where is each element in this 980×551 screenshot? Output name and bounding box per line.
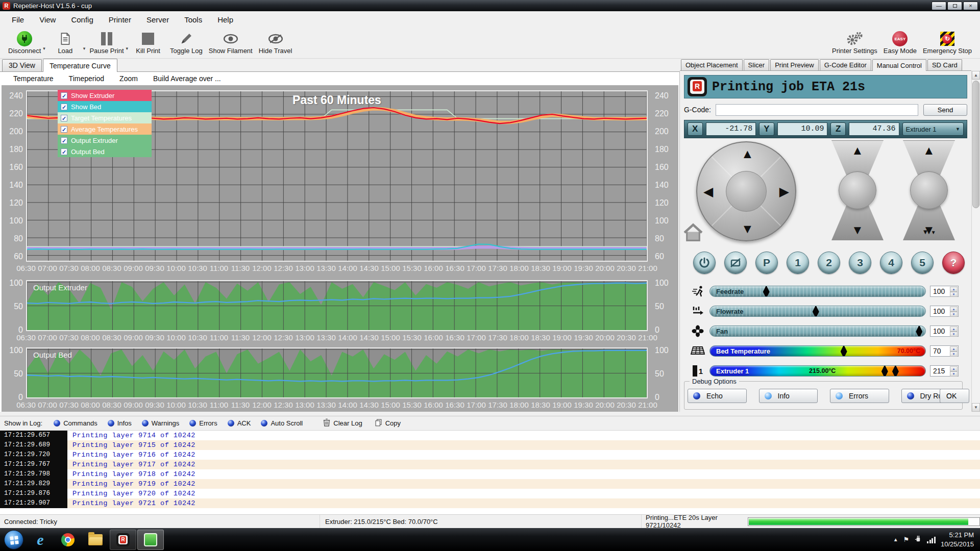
taskbar-internet-explorer-button[interactable]: e	[27, 530, 54, 550]
clear-log-button[interactable]: Clear Log	[317, 417, 368, 429]
menu-item-tools[interactable]: Tools	[178, 13, 209, 26]
extruder-jog-control[interactable]: ▲ ▼ ▼ ▼	[902, 140, 955, 240]
dropdown-arrow-icon[interactable]: ▾	[126, 46, 129, 51]
network-signal-icon[interactable]	[927, 536, 936, 543]
power-button[interactable]	[693, 252, 716, 274]
menu-item-config[interactable]: Config	[64, 13, 100, 26]
spinner-arrows-icon[interactable]: ▲▼	[950, 366, 958, 375]
minimize-button[interactable]: —	[932, 2, 946, 10]
legend-row[interactable]: ✓Average Temperatures	[58, 123, 152, 135]
checkbox-icon[interactable]: ✓	[61, 115, 67, 121]
scrollbar-thumb[interactable]	[972, 81, 979, 208]
extruder-temperature-spinbox[interactable]: 215▲▼	[930, 365, 959, 377]
y-minus-icon[interactable]: ▼	[741, 222, 754, 235]
spinner-arrows-icon[interactable]: ▲▼	[950, 287, 958, 296]
log-toggle-ack[interactable]: ACK	[223, 418, 256, 428]
panel-scrollbar[interactable]: ▲ ▼	[971, 71, 980, 412]
taskbar-chrome-button[interactable]	[55, 530, 81, 550]
toolbar-toggle-log-button[interactable]: Toggle Log	[167, 30, 206, 56]
x-plus-icon[interactable]: ▶	[779, 185, 789, 198]
bed-temperature-spinbox[interactable]: 70▲▼	[930, 345, 959, 357]
fan-slider[interactable]: Fan	[709, 325, 926, 337]
tab-object-placement[interactable]: Object Placement	[681, 59, 743, 70]
xy-center-button[interactable]	[726, 171, 767, 212]
checkbox-icon[interactable]: ✓	[61, 104, 67, 110]
preset-5-button[interactable]: 5	[911, 252, 934, 274]
output-extruder-plot[interactable]: Output Extruder	[26, 280, 648, 331]
power-plug-icon[interactable]	[914, 535, 922, 544]
chart-menu-temperature[interactable]: Temperature	[7, 73, 60, 84]
extrude-fast-icons[interactable]: ▼ ▼	[902, 227, 955, 236]
menu-item-file[interactable]: File	[5, 13, 31, 26]
extruder-temperature-thumb-2[interactable]	[881, 365, 888, 377]
close-button[interactable]: ×	[963, 2, 978, 10]
z-jog-control[interactable]: ▲ ▼	[831, 140, 884, 240]
extruder-select[interactable]: Extruder 1▼	[902, 122, 964, 136]
checkbox-icon[interactable]: ✓	[61, 126, 67, 133]
feedrate-slider[interactable]: Feedrate	[709, 286, 926, 297]
output-bed-plot[interactable]: Output Bed	[26, 347, 648, 398]
log-toggle-errors[interactable]: Errors	[184, 418, 222, 428]
ok-button[interactable]: OK	[940, 389, 969, 403]
taskbar-active-app-button[interactable]	[137, 530, 164, 550]
log-toggle-warnings[interactable]: Warnings	[137, 418, 184, 428]
park-button[interactable]: P	[755, 252, 778, 274]
help-button[interactable]: ?	[942, 252, 965, 274]
legend-row[interactable]: ✓Show Bed	[58, 101, 152, 112]
dropdown-arrow-icon[interactable]: ▾	[43, 46, 45, 51]
menu-item-printer[interactable]: Printer	[102, 13, 138, 26]
tab-sd-card[interactable]: SD Card	[927, 59, 962, 70]
log-toggle-auto-scroll[interactable]: Auto Scroll	[256, 418, 308, 428]
tab-slicer[interactable]: Slicer	[744, 59, 770, 70]
retract-icon[interactable]: ▲	[902, 143, 955, 158]
tab-manual-control[interactable]: Manual Control	[872, 59, 926, 71]
extruder-temperature-thumb[interactable]	[892, 365, 899, 377]
tab-g-code-editor[interactable]: G-Code Editor	[820, 59, 871, 70]
feedrate-spinbox[interactable]: 100▲▼	[930, 286, 959, 297]
legend-row[interactable]: ✓Target Temperatures	[58, 112, 152, 123]
scroll-up-icon[interactable]: ▲	[972, 71, 980, 80]
preset-2-button[interactable]: 2	[818, 252, 840, 274]
toolbar-pause-print-button[interactable]: Pause Print	[86, 30, 127, 56]
send-button[interactable]: Send	[923, 104, 967, 116]
extruder-temperature-slider[interactable]: Extruder 1215.00°C	[709, 365, 926, 377]
info-button[interactable]: Info	[759, 389, 818, 403]
fan-spinbox[interactable]: 100▲▼	[930, 325, 959, 337]
toolbar-load-button[interactable]: Load	[46, 30, 84, 56]
preset-4-button[interactable]: 4	[880, 252, 902, 274]
tab-temperature-curve[interactable]: Temperature Curve	[43, 59, 117, 72]
toolbar-hide-travel-button[interactable]: Hide Travel	[256, 30, 296, 56]
taskbar-explorer-folder-button[interactable]	[82, 530, 109, 550]
taskbar-repetier-host-button[interactable]: R	[110, 530, 136, 550]
chart-menu-timeperiod[interactable]: Timeperiod	[63, 73, 111, 84]
legend-row[interactable]: ✓Show Extruder	[58, 90, 152, 101]
spinner-arrows-icon[interactable]: ▲▼	[950, 307, 958, 316]
tab-print-preview[interactable]: Print Preview	[770, 59, 819, 70]
flowrate-spinbox[interactable]: 100▲▼	[930, 306, 959, 317]
toolbar-disconnect-button[interactable]: Disconnect	[5, 30, 44, 56]
menu-item-view[interactable]: View	[33, 13, 62, 26]
x-minus-icon[interactable]: ◀	[703, 185, 713, 198]
legend-row[interactable]: ✓Output Bed	[58, 146, 152, 157]
x-axis-button[interactable]: X	[688, 122, 703, 136]
echo-button[interactable]: Echo	[688, 389, 747, 403]
action-center-flag-icon[interactable]: ⚑	[903, 536, 910, 543]
toolbar-easy-mode-button[interactable]: EASYEasy Mode	[880, 30, 920, 56]
toolbar-kill-print-button[interactable]: Kill Print	[129, 30, 167, 56]
checkbox-icon[interactable]: ✓	[61, 92, 67, 99]
spinner-arrows-icon[interactable]: ▲▼	[950, 327, 958, 336]
preset-1-button[interactable]: 1	[787, 252, 809, 274]
spinner-arrows-icon[interactable]: ▲▼	[950, 346, 958, 356]
log-toggle-commands[interactable]: Commands	[48, 418, 102, 428]
z-plus-icon[interactable]: ▲	[831, 143, 884, 158]
start-button[interactable]	[4, 530, 23, 549]
checkbox-icon[interactable]: ✓	[61, 148, 67, 155]
preset-3-button[interactable]: 3	[849, 252, 871, 274]
tab-3d-view[interactable]: 3D View	[2, 59, 42, 71]
z-center-button[interactable]	[839, 171, 876, 209]
home-button[interactable]	[683, 223, 703, 242]
toolbar-printer-settings-button[interactable]: Printer Settings	[829, 30, 880, 56]
scroll-down-icon[interactable]: ▼	[972, 403, 980, 412]
gcode-input[interactable]	[716, 104, 918, 116]
toolbar-emergency-stop-button[interactable]: ↻Emergency Stop	[920, 30, 975, 56]
